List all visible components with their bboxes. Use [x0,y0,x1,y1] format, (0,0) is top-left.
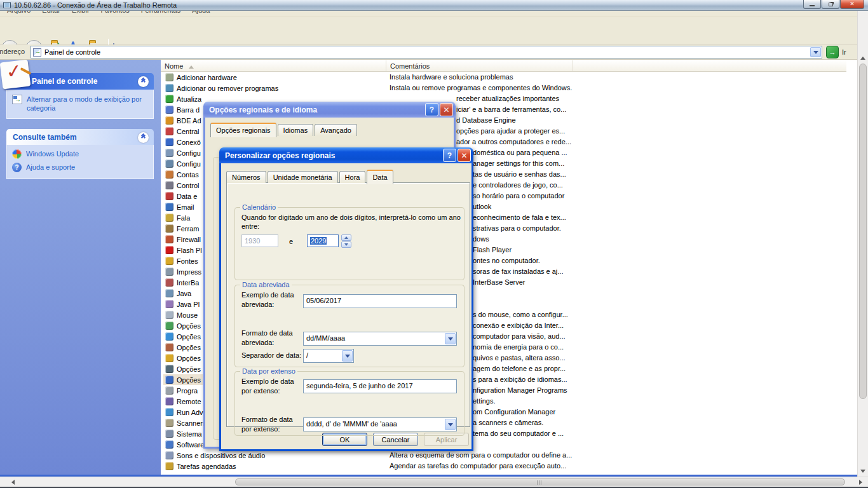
tab-data[interactable]: Data [367,170,393,184]
tab-page-data: Calendário Quando for digitado um ano de… [226,182,470,427]
item-comment: so horário para o computador [473,192,564,200]
minimize-button[interactable] [803,0,821,9]
dialog-titlebar[interactable]: Opções regionais e de idioma ? ✕ [203,102,456,118]
menu-arquivo[interactable]: Arquivo [1,11,36,14]
long-date-format-select[interactable]: dddd, d' de 'MMMM' de 'aaaa [303,417,457,431]
item-comment: d Database Engine [456,116,516,124]
tab-unidade-monetaria[interactable]: Unidade monetária [268,171,338,183]
item-icon [165,246,173,254]
item-name: Control [177,182,199,189]
sidebar-item-help-support[interactable]: Ajuda e suporte [26,163,75,172]
year-from-input[interactable]: 1930 [241,234,278,247]
item-comment: s para a exibição de idiomas... [473,376,567,383]
dropdown-icon[interactable] [342,350,353,362]
rdp-hscroll-thumb[interactable] [235,478,845,485]
item-comment: a scanners e câmeras. [473,419,543,426]
table-row[interactable]: Adicionar ou remover programasInstala ou… [161,83,846,93]
sidebar-panel-body: Windows Update ? Ajuda e suporte [6,145,154,179]
item-comment: nfiguration Manager Programs [473,386,567,394]
toolbar: ← → ↑ [0,17,868,44]
rdp-scroll-down-button[interactable] [858,466,868,476]
address-dropdown-button[interactable] [810,47,821,57]
help-button[interactable]: ? [443,149,456,162]
item-icon [165,127,173,135]
panel-title: Painel de controle [32,77,97,86]
sidebar-panel-see-also[interactable]: Consulte também [6,129,154,146]
category-view-icon [12,95,22,104]
collapse-chevron-icon[interactable] [138,76,149,87]
item-comment: tas de usuário e senhas das... [473,170,566,178]
item-name: Opções [177,365,201,373]
dialog-customize-regional: Personalizar opções regionais ? ✕ Número… [219,147,473,451]
address-input[interactable]: Painel de controle [31,46,822,58]
item-name: Firewall [177,236,201,243]
restore-button[interactable] [822,0,839,9]
item-name: Opções [177,344,201,351]
menu-ajuda[interactable]: Ajuda [186,11,215,14]
rdp-scroll-left-button[interactable] [8,477,18,487]
tab-idiomas[interactable]: Idiomas [278,124,314,136]
go-button[interactable]: → Ir [826,46,846,58]
rdp-scroll-up-button[interactable] [858,53,868,63]
rdp-vscroll-thumb[interactable] [859,64,867,399]
sidebar-item-category-view[interactable]: Alternar para o modo de exibição por cat… [27,95,151,118]
year-to-input[interactable]: 2029 [307,234,339,247]
item-comment: Altera o esquema de som para o computado… [390,451,572,459]
menu-favoritos[interactable]: Favoritos [95,11,135,14]
item-comment: iciar' e a barra de ferramentas, co... [456,105,566,113]
list-header: Nome Comentários [161,60,846,72]
table-row[interactable]: Sons e dispositivos de áudioAltera o esq… [161,450,846,461]
year-spinner[interactable] [341,234,351,248]
short-date-example-label: Exemplo de data abreviada: [241,290,300,309]
tab-avancado[interactable]: Avançado [315,124,357,136]
rdp-vertical-scrollbar[interactable] [857,11,868,477]
date-separator-select[interactable]: / [303,349,354,363]
item-comment: nomia de energia para o co... [473,343,564,351]
group-label: Data por extenso [240,367,297,375]
table-row[interactable]: Adicionar hardwareInstala hardware e sol… [161,72,846,83]
item-comment: utlook [473,203,491,210]
dropdown-icon[interactable] [445,419,456,430]
item-name: Opções [177,333,201,341]
item-comment: e controladores de jogo, co... [473,181,563,189]
tab-numeros[interactable]: Números [226,171,266,183]
table-row[interactable]: Tarefas agendadasAgendar as tarefas do c… [161,461,846,471]
item-comment: Instala hardware e soluciona problemas [390,73,513,81]
short-date-format-select[interactable]: dd/MM/aaaa [303,332,457,346]
sidebar-item-windows-update[interactable]: Windows Update [26,149,79,158]
help-button[interactable]: ? [425,103,438,116]
item-comment: tema do seu computador e ... [473,430,564,437]
menubar: Arquivo Editar Exibir Favoritos Ferramen… [0,11,868,17]
rdp-scroll-right-button[interactable] [855,477,865,487]
rdp-session-screen: 10.50.62.86 - Conexão de Área de Trabalh… [0,0,868,488]
close-button[interactable]: ✕ [440,103,453,116]
close-button[interactable]: ✕ [840,0,864,9]
spin-up-icon[interactable] [341,234,351,241]
group-calendario: Calendário Quando for digitado um ano de… [234,207,465,280]
column-header-nome[interactable]: Nome [161,60,386,71]
item-comment: dows [473,235,489,243]
go-arrow-icon: → [826,46,839,58]
tab-hora[interactable]: Hora [339,171,366,183]
item-icon [165,365,173,373]
address-label: Endereço [0,48,25,55]
rdp-horizontal-scrollbar[interactable] [0,477,868,487]
menu-ferramentas[interactable]: Ferramentas [135,11,186,14]
column-header-comentarios[interactable]: Comentários [386,60,573,71]
dialog-titlebar[interactable]: Personalizar opções regionais ? ✕ [219,147,473,163]
item-comment: ettings. [473,397,495,405]
rdp-titlebar[interactable]: 10.50.62.86 - Conexão de Área de Trabalh… [0,0,868,11]
menu-editar[interactable]: Editar [36,11,66,14]
dropdown-icon[interactable] [445,333,456,344]
item-name: Adicionar hardware [177,74,237,81]
close-button[interactable]: ✕ [458,149,471,162]
tab-opcoes-regionais[interactable]: Opções regionais [210,123,276,137]
group-label: Calendário [240,203,278,211]
window-title: 10.50.62.86 - Conexão de Área de Trabalh… [14,1,177,9]
item-name: Configu [177,160,201,168]
item-comment: soras de fax instaladas e aj... [473,268,563,275]
menu-exibir[interactable]: Exibir [66,11,95,14]
collapse-chevron-icon[interactable] [138,132,149,143]
spin-down-icon[interactable] [341,241,351,248]
calendar-instruction-line1: Quando for digitado um ano de dois dígit… [241,213,461,222]
